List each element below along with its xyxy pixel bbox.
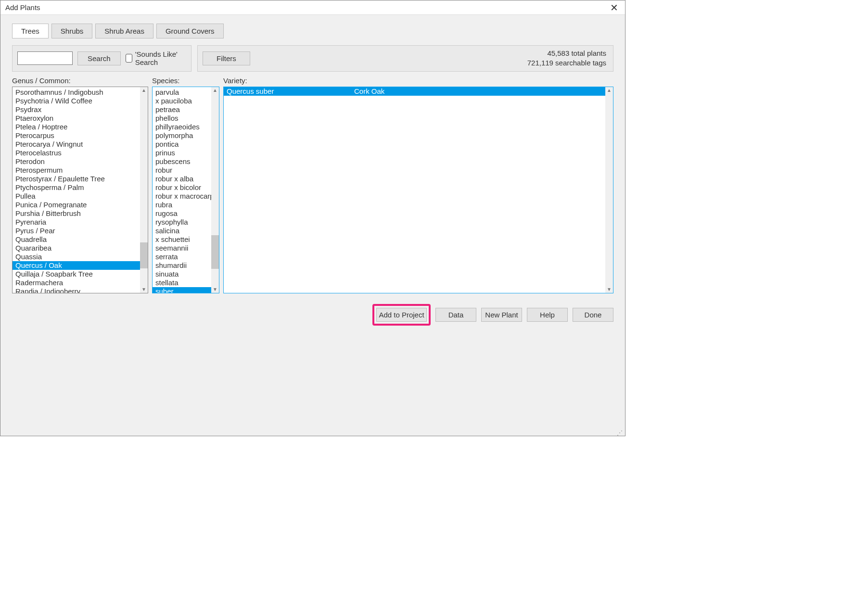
list-item[interactable]: polymorpha (153, 131, 211, 140)
tab-shrub-areas[interactable]: Shrub Areas (95, 24, 153, 38)
scroll-down-icon[interactable]: ▼ (607, 286, 612, 293)
columns-header: Genus / Common: Species: Variety: (12, 76, 613, 85)
list-item[interactable]: Quararibea (13, 244, 140, 252)
list-item[interactable]: phellos (153, 114, 211, 123)
scrollbar[interactable]: ▲ ▼ (140, 87, 148, 293)
list-item[interactable]: x schuettei (153, 235, 211, 244)
scroll-thumb[interactable] (140, 242, 148, 268)
list-item[interactable]: salicina (153, 227, 211, 235)
list-item[interactable]: robur x alba (153, 175, 211, 183)
sounds-like-label: 'Sounds Like' Search (135, 50, 186, 66)
new-plant-button[interactable]: New Plant (481, 308, 522, 322)
search-toolbar: Search 'Sounds Like' Search (12, 45, 191, 72)
list-item[interactable]: rubra (153, 201, 211, 209)
dialog-body: TreesShrubsShrub AreasGround Covers Sear… (0, 15, 625, 436)
resize-grip-icon[interactable]: ⋰ (617, 431, 624, 434)
tab-trees[interactable]: Trees (12, 24, 49, 38)
list-item[interactable]: rugosa (153, 209, 211, 218)
list-item[interactable]: x pauciloba (153, 97, 211, 105)
species-column-label: Species: (152, 76, 219, 85)
list-item[interactable]: petraea (153, 105, 211, 114)
list-item[interactable]: pubescens (153, 157, 211, 166)
list-item[interactable]: Purshia / Bitterbrush (13, 209, 140, 218)
add-to-project-button[interactable]: Add to Project (376, 308, 427, 322)
tab-ground-covers[interactable]: Ground Covers (156, 24, 224, 38)
done-button[interactable]: Done (573, 308, 613, 322)
window-title: Add Plants (5, 3, 40, 12)
genus-listbox[interactable]: Psorothamnus / IndigobushPsychotria / Wi… (12, 87, 148, 293)
list-item[interactable]: Quassia (13, 252, 140, 261)
sounds-like-checkbox[interactable]: 'Sounds Like' Search (126, 50, 186, 66)
variety-common-name: Cork Oak (354, 87, 602, 96)
scrollbar[interactable]: ▲ ▼ (605, 87, 613, 293)
list-item[interactable]: robur x macrocarpa (153, 192, 211, 201)
titlebar: Add Plants ✕ (0, 0, 625, 15)
list-item[interactable]: Pyrenaria (13, 218, 140, 227)
list-item[interactable]: Ptychosperma / Palm (13, 183, 140, 192)
search-button[interactable]: Search (77, 51, 121, 65)
add-plants-dialog: Add Plants ✕ TreesShrubsShrub AreasGroun… (0, 0, 625, 436)
close-icon[interactable]: ✕ (608, 3, 620, 13)
filters-toolbar: Filters 45,583 total plants 721,119 sear… (197, 45, 613, 72)
scroll-down-icon[interactable]: ▼ (213, 286, 217, 293)
list-item[interactable]: Ptaeroxylon (13, 114, 140, 123)
list-item[interactable]: phillyraeoides (153, 123, 211, 131)
scroll-down-icon[interactable]: ▼ (141, 286, 146, 293)
list-item[interactable]: suber (153, 287, 211, 293)
list-item[interactable]: stellata (153, 278, 211, 287)
list-item[interactable]: robur (153, 166, 211, 175)
list-item[interactable]: Pterostyrax / Epaulette Tree (13, 175, 140, 183)
list-item[interactable]: Ptelea / Hoptree (13, 123, 140, 131)
list-item[interactable]: parvula (153, 88, 211, 97)
toolbar-row: Search 'Sounds Like' Search Filters 45,5… (12, 45, 613, 72)
list-item[interactable]: Psydrax (13, 105, 140, 114)
list-item[interactable]: Pullea (13, 192, 140, 201)
list-item[interactable]: Pterodon (13, 157, 140, 166)
stats-block: 45,583 total plants 721,119 searchable t… (527, 49, 606, 68)
list-item[interactable]: Pterocarpus (13, 131, 140, 140)
data-button[interactable]: Data (435, 308, 476, 322)
list-item[interactable]: serrata (153, 252, 211, 261)
species-listbox[interactable]: parvulax paucilobapetraeaphellosphillyra… (152, 87, 219, 293)
stats-searchable-tags: 721,119 searchable tags (527, 58, 606, 68)
variety-name: Quercus suber (227, 87, 354, 96)
list-item[interactable]: Randia / Indigoberry (13, 287, 140, 293)
list-item[interactable]: Psychotria / Wild Coffee (13, 97, 140, 105)
genus-column-label: Genus / Common: (12, 76, 148, 85)
search-input[interactable] (17, 51, 73, 65)
list-item[interactable]: Pterospermum (13, 166, 140, 175)
list-item[interactable]: seemannii (153, 244, 211, 252)
list-item[interactable]: Pyrus / Pear (13, 227, 140, 235)
tab-shrubs[interactable]: Shrubs (51, 24, 93, 38)
footer-buttons: Add to Project Data New Plant Help Done (12, 304, 613, 326)
list-item[interactable]: Radermachera (13, 278, 140, 287)
columns: Psorothamnus / IndigobushPsychotria / Wi… (12, 87, 613, 293)
list-item[interactable]: prinus (153, 149, 211, 157)
scrollbar[interactable]: ▲ ▼ (211, 87, 219, 293)
list-item[interactable]: shumardii (153, 261, 211, 270)
filters-button[interactable]: Filters (203, 51, 250, 65)
scroll-thumb[interactable] (211, 235, 219, 269)
variety-row[interactable]: Quercus suberCork Oak (224, 87, 605, 96)
category-tabs: TreesShrubsShrub AreasGround Covers (12, 24, 613, 38)
list-item[interactable]: Pterocarya / Wingnut (13, 140, 140, 149)
variety-listbox[interactable]: Quercus suberCork Oak ▲ ▼ (223, 87, 613, 293)
list-item[interactable]: Quercus / Oak (13, 261, 140, 270)
scroll-up-icon[interactable]: ▲ (141, 87, 146, 94)
list-item[interactable]: Quillaja / Soapbark Tree (13, 270, 140, 278)
list-item[interactable]: Punica / Pomegranate (13, 201, 140, 209)
list-item[interactable]: pontica (153, 140, 211, 149)
scroll-up-icon[interactable]: ▲ (213, 87, 217, 94)
variety-column-label: Variety: (223, 76, 613, 85)
list-item[interactable]: Pterocelastrus (13, 149, 140, 157)
list-item[interactable]: Psorothamnus / Indigobush (13, 88, 140, 97)
list-item[interactable]: rysophylla (153, 218, 211, 227)
help-button[interactable]: Help (527, 308, 568, 322)
scroll-up-icon[interactable]: ▲ (607, 87, 612, 94)
list-item[interactable]: robur x bicolor (153, 183, 211, 192)
list-item[interactable]: sinuata (153, 270, 211, 278)
highlight-frame: Add to Project (372, 304, 431, 326)
stats-total-plants: 45,583 total plants (527, 49, 606, 58)
list-item[interactable]: Quadrella (13, 235, 140, 244)
checkbox-icon[interactable] (126, 54, 132, 63)
